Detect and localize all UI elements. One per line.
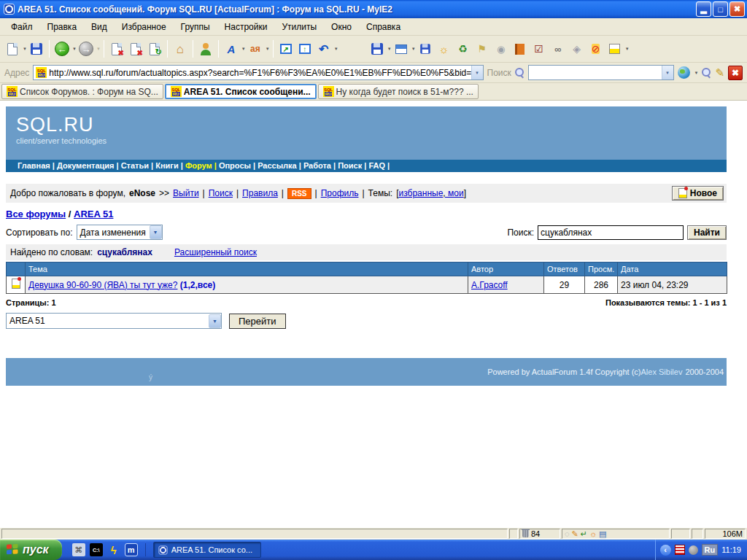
nav-faq[interactable]: FAQ [368,161,390,170]
command-prompt-icon[interactable]: C:\ [90,543,103,556]
address-dropdown[interactable]: ▼ [471,66,483,79]
back-button[interactable]: ← [53,39,71,59]
split-view-dropdown[interactable]: ▼ [625,47,630,51]
nav-home[interactable]: Главная [18,161,57,170]
links-button[interactable]: ∞ [549,39,568,59]
topic-pages-links[interactable]: (1,2,все) [180,280,215,290]
language-indicator[interactable]: Ru [702,544,719,556]
minimize-button[interactable]: ▂ [696,1,711,17]
search-engine-dropdown[interactable]: ▼ [694,71,699,75]
menu-groups[interactable]: Группы [174,20,217,34]
nav-articles[interactable]: Статьи [121,161,156,170]
find-on-page-icon[interactable] [702,68,711,77]
menu-file[interactable]: Файл [4,20,39,34]
forward-button[interactable]: → [77,39,96,59]
forum-search-input[interactable] [538,225,684,240]
tray-collapse-chevron[interactable]: ‹ [660,545,671,556]
fit-width-button[interactable]: ↑ [295,39,314,59]
popup-blocker-button[interactable]: ☼ [435,39,454,59]
menu-view[interactable]: Вид [85,20,114,34]
flag-button[interactable]: ⚑ [473,39,492,59]
find-button[interactable]: Найти [687,225,727,240]
search-magnifier-icon[interactable] [515,68,525,77]
notes-button[interactable] [511,39,530,59]
nav-docs[interactable]: Документация [57,161,121,170]
save-page-dropdown[interactable]: ▼ [387,47,392,51]
mouse-gesture-button[interactable]: ◉ [492,39,511,59]
undo-close-button[interactable]: ↶ [314,39,333,59]
pages-value[interactable]: 1 [51,298,55,307]
form-fill-dropdown[interactable]: ▼ [411,47,416,51]
start-button[interactable]: пуск [0,540,62,560]
forum-jump-arrow[interactable]: ▼ [209,314,221,328]
new-page-button[interactable] [3,39,22,59]
translate-button[interactable]: ая [246,39,265,59]
tab-forum-list[interactable]: SQLRU Список Форумов. : Форум на SQ... [1,84,163,99]
favorite-topics-link[interactable]: избранные [398,188,448,198]
menu-options[interactable]: Настройки [218,20,274,34]
myie2-quick-icon[interactable]: m [125,543,138,556]
logout-link[interactable]: Выйти [173,188,199,198]
save-form-button[interactable] [416,39,435,59]
flash-status-icon[interactable]: ☼ [589,530,597,538]
tray-volume-icon[interactable] [689,545,698,555]
fit-page-button[interactable]: ↗ [276,39,295,59]
menu-utilities[interactable]: Утилиты [275,20,323,34]
cleaner-button[interactable]: ♻ [454,39,473,59]
fonts-button[interactable]: A [222,39,241,59]
toolbar-search-input[interactable]: ▼ [528,65,674,80]
search-engine-icon[interactable] [678,66,690,79]
mouse-status-icon[interactable]: ◌ [565,530,570,538]
menu-window[interactable]: Окно [325,20,358,34]
nav-jobs[interactable]: Работа [303,161,338,170]
forum-jump-select[interactable]: AREA 51 ▼ [6,313,222,329]
brush-status-icon[interactable]: ✎ [572,530,578,538]
menu-favorites[interactable]: Избранное [115,20,173,34]
taskbar-task-button[interactable]: AREA 51. Список со... [153,542,261,558]
undo-dropdown[interactable]: ▼ [334,47,338,51]
form-fill-button[interactable] [392,39,411,59]
address-input[interactable]: SQLRU http://www.sql.ru/forum/actualtopi… [33,65,483,80]
breadcrumb-all-forums[interactable]: Все форумы [6,209,66,219]
fonts-dropdown[interactable]: ▼ [241,47,246,51]
import-status-icon[interactable]: ↵ [581,530,587,538]
tab-topic[interactable]: SQLRU Ну когда будет поиск в 51-м??? ... [318,84,479,99]
author-link[interactable]: А.Граcoff [471,280,508,290]
translate-dropdown[interactable]: ▼ [266,47,270,51]
winamp-icon[interactable]: ϟ [107,543,120,556]
stop-button[interactable]: ✖ [107,39,126,59]
rules-link[interactable]: Правила [242,188,278,198]
save-page-button[interactable] [368,39,387,59]
home-button[interactable]: ⌂ [171,39,190,59]
nav-forum[interactable]: Форум [185,161,219,170]
footer-author-link[interactable]: Alex Sibilev [641,368,683,376]
my-topics-link[interactable]: мои [448,188,464,198]
maximize-button[interactable]: □ [713,1,728,17]
menu-help[interactable]: Справка [360,20,407,34]
nav-polls[interactable]: Опросы [219,161,258,170]
forward-dropdown[interactable]: ▼ [96,47,101,51]
ad-block-button[interactable]: ⊘ [587,39,605,59]
sort-select[interactable]: Дата изменения ▼ [77,225,163,240]
tab-area51-list[interactable]: SQLRU AREA 51. Список сообщени... [165,84,317,99]
sort-select-arrow[interactable]: ▼ [150,225,162,239]
new-topic-button[interactable]: Новое [672,186,724,201]
stop-red-button[interactable]: ✖ [728,66,743,80]
stop-all-button[interactable]: ✖ [126,39,145,59]
trash-icon[interactable] [522,530,529,537]
toolbar-search-dropdown[interactable]: ▼ [662,66,673,79]
topic-link[interactable]: Девушка 90-60-90 (ЯВА) ты тут уже? [28,280,177,290]
advanced-search-link[interactable]: Расширенный поиск [174,247,257,257]
menu-edit[interactable]: Правка [41,20,84,34]
nav-search[interactable]: Поиск [338,161,368,170]
nav-mailing[interactable]: Рассылка [258,161,303,170]
refresh-button[interactable]: ↻ [145,39,164,59]
user-button[interactable] [196,39,215,59]
quick-launch-app-icon[interactable]: ⌘ [72,543,85,556]
split-view-button[interactable] [605,39,624,59]
tray-keyboard-icon[interactable] [675,545,685,555]
close-button[interactable]: ✖ [729,1,745,17]
mouse2-button[interactable]: ◈ [568,39,587,59]
rss-badge[interactable]: RSS [287,188,311,199]
nav-books[interactable]: Книги [155,161,185,170]
